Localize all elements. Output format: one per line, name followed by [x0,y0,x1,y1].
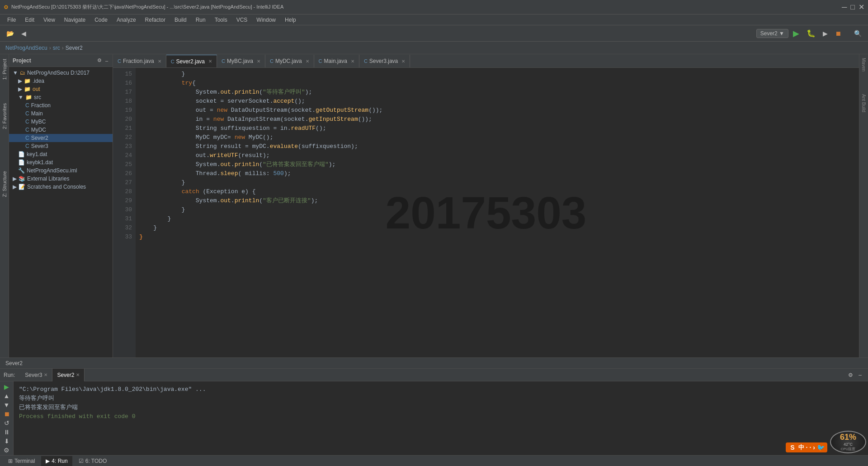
run-icon: ▶ [46,458,50,464]
sidebar-tab-structure[interactable]: Z: Structure [1,168,8,200]
run-up-button[interactable]: ▲ [2,392,12,399]
project-panel-header: Project ⚙ – [9,54,113,67]
menu-item-run[interactable]: Run [192,16,209,24]
menu-item-navigate[interactable]: Navigate [61,16,89,24]
run-side-toolbar: ▶ ▲ ▼ ⏹ ↺ ⏸ ⬇ ⚙ 📌 📷 ⬜ 🗑 [0,381,14,455]
search-everywhere-button[interactable]: 🔍 [851,29,864,38]
tree-item-keybk1dat[interactable]: 📄 keybk1.dat [9,158,113,166]
run-tab-sever3-close[interactable]: ✕ [44,372,47,377]
run-label: Run: [4,372,15,378]
tree-item-sever2[interactable]: C Sever2 [9,134,113,142]
toolbar-back-button[interactable]: ◀ [19,29,29,38]
run-config-dropdown[interactable]: Sever2 ▼ [756,29,788,38]
run-dump-button[interactable]: ⬇ [2,437,12,445]
run-down-button[interactable]: ▼ [2,401,12,409]
menu-item-vcs[interactable]: VCS [233,16,251,24]
breadcrumb-file[interactable]: Sever2 [66,45,83,51]
run-play-button[interactable]: ▶ [2,383,12,390]
tree-item-root[interactable]: ▼ 🗂 NetProgAndSecu D:\2017 [9,69,113,77]
minimize-button[interactable]: ─ [842,3,847,11]
maximize-button[interactable]: □ [850,3,855,11]
tree-item-src[interactable]: ▼ 📁 src [9,93,113,101]
tree-item-sever2-label: Sever2 [31,135,48,141]
run-pause-button[interactable]: ⏸ [2,428,12,436]
tab-mybc[interactable]: C MyBC.java ✕ [217,55,265,67]
tree-item-keybk1dat-file-icon: 📄 [18,159,25,166]
ime-dot2: · [809,444,811,451]
menu-item-tools[interactable]: Tools [211,16,231,24]
coverage-button[interactable]: ▶ [820,29,830,38]
run-button[interactable]: ▶ [790,27,802,40]
tree-item-fraction[interactable]: C Fraction [9,101,113,109]
tree-item-external-libs[interactable]: ▶ 📚 External Libraries [9,175,113,183]
tab-mydc-close[interactable]: ✕ [306,59,309,64]
tab-sever2[interactable]: C Sever2.java ✕ [166,55,217,67]
project-toolbar-close[interactable]: – [104,58,109,63]
tab-sever3[interactable]: C Sever3.java ✕ [359,55,410,67]
tree-item-src-label: src [34,94,41,100]
tab-sever2-close[interactable]: ✕ [208,59,212,64]
sidebar-tab-project[interactable]: 1: Project [1,56,8,82]
menu-item-refactor[interactable]: Refactor [142,16,169,24]
tree-item-src-folder-icon: 📁 [25,94,32,100]
tree-item-key1dat[interactable]: 📄 key1.dat [9,150,113,158]
close-button[interactable]: ✕ [859,3,864,11]
menu-item-build[interactable]: Build [171,16,190,24]
run-tab-sever2-close[interactable]: ✕ [76,372,80,377]
tree-item-sever2-java-icon: C [25,135,29,141]
tree-item-mybc[interactable]: C MyBC [9,118,113,126]
toolbar-open-button[interactable]: 📂 [4,29,17,38]
editor-content[interactable]: 20175303 15 16 17 18 19 20 21 22 23 24 2… [113,68,859,357]
tab-mybc-close[interactable]: ✕ [257,59,260,64]
tree-item-idea[interactable]: ▶ 📁 .idea [9,77,113,85]
code-area[interactable]: } try{ System.out.println("等待客户呼叫"); soc… [136,68,859,357]
menu-item-window[interactable]: Window [253,16,279,24]
breadcrumb-project[interactable]: NetProgAndSecu [5,45,47,51]
tab-fraction-icon: C [118,58,121,64]
tab-main[interactable]: C Main.java ✕ [314,55,359,67]
menu-item-view[interactable]: View [40,16,59,24]
tree-item-out-folder-icon: 📁 [24,86,31,92]
right-tab-ant[interactable]: Ant Build [861,92,866,114]
tree-item-main[interactable]: C Main [9,109,113,118]
bottom-tab-todo-label: 6: TODO [85,458,107,464]
run-stop-button[interactable]: ⏹ [2,410,12,418]
menu-item-analyze[interactable]: Analyze [113,16,140,24]
tab-fraction[interactable]: C Fraction.java ✕ [113,55,166,67]
output-line-2: 等待客户呼叫 [19,394,863,403]
breadcrumb-src[interactable]: src [53,45,60,51]
sidebar-tab-favorites[interactable]: 2: Favorites [1,100,8,132]
tab-mydc[interactable]: C MyDC.java ✕ [265,55,314,67]
tree-item-sever3[interactable]: C Sever3 [9,142,113,150]
menu-item-file[interactable]: File [4,16,19,24]
bottom-tab-todo[interactable]: ☑ 6: TODO [74,456,112,466]
run-settings2-button[interactable]: ⚙ [2,447,12,454]
run-tab-sever3[interactable]: Sever3 ✕ [20,369,52,381]
breadcrumb-sep2: › [62,45,64,51]
stop-button[interactable]: ⏹ [832,29,844,38]
run-settings-button[interactable]: ⚙ [845,371,856,380]
run-output[interactable]: "C:\Program Files\Java\jdk1.8.0_202\bin\… [14,381,868,455]
tree-item-src-expand-icon: ▼ [18,94,24,100]
menu-item-edit[interactable]: Edit [21,16,38,24]
tree-item-mydc[interactable]: C MyDC [9,126,113,134]
menu-item-help[interactable]: Help [281,16,300,24]
output-line-1: "C:\Program Files\Java\jdk1.8.0_202\bin\… [19,385,863,394]
debug-button[interactable]: 🐛 [804,28,818,39]
tree-item-iml[interactable]: 🔧 NetProgAndSecu.iml [9,166,113,175]
right-tab-maven[interactable]: Maven [861,56,866,73]
run-tab-sever2[interactable]: Sever2 ✕ [52,369,85,381]
tree-item-external-libs-label: External Libraries [27,176,69,182]
menu-item-code[interactable]: Code [91,16,111,24]
run-rerun-button[interactable]: ↺ [2,419,12,427]
bottom-tab-terminal[interactable]: ⊞ Terminal [4,456,39,466]
tab-sever3-close[interactable]: ✕ [401,59,405,64]
tree-item-scratches[interactable]: ▶ 📝 Scratches and Consoles [9,183,113,191]
bottom-tab-run[interactable]: ▶ 4: Run [41,456,72,466]
run-close-button[interactable]: – [856,371,864,380]
tab-fraction-close[interactable]: ✕ [158,59,161,64]
tree-item-out[interactable]: ▶ 📁 out [9,85,113,93]
project-toolbar-settings[interactable]: ⚙ [96,57,103,63]
tree-item-out-label: out [33,86,40,92]
tab-main-close[interactable]: ✕ [351,59,354,64]
